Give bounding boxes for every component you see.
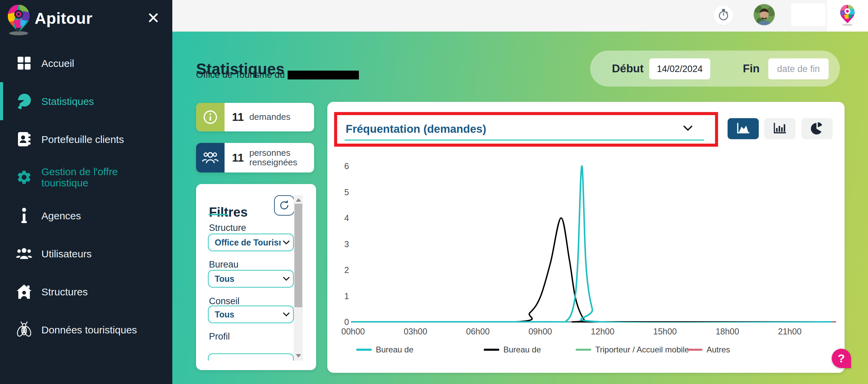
legend-item-0[interactable]: Bureau de — [356, 345, 413, 354]
svg-text:0: 0 — [344, 317, 349, 327]
app-title: Apitour — [35, 9, 93, 28]
dataset-selector[interactable]: Fréquentation (demandes) — [334, 112, 718, 147]
start-date-label: Début — [612, 62, 644, 75]
conseil-select[interactable]: Tous — [208, 306, 294, 323]
gear-icon — [16, 169, 33, 186]
filter-label-bureau: Bureau — [209, 259, 238, 270]
personnes-label: personnes renseignées — [249, 148, 309, 167]
svg-text:09h00: 09h00 — [528, 327, 552, 336]
svg-text:6: 6 — [344, 161, 349, 171]
bar-chart-icon — [773, 122, 787, 135]
sidebar-item-donnees-touristiques[interactable]: Données touristiques — [0, 311, 172, 349]
svg-text:18h00: 18h00 — [716, 327, 739, 336]
demandes-count: 11 — [232, 111, 244, 124]
sidebar-item-agences[interactable]: Agences — [0, 197, 172, 235]
profil-select[interactable] — [208, 353, 294, 361]
sidebar-item-accueil[interactable]: Accueil — [0, 44, 172, 82]
info-circle-icon — [196, 103, 225, 131]
stopwatch-icon — [718, 9, 729, 22]
svg-text:15h00: 15h00 — [653, 327, 677, 336]
home-icon — [16, 283, 33, 300]
stat-card-demandes: 11 demandes — [196, 103, 314, 131]
app-window: Apitour ✕ Accueil Statistiques — [0, 0, 868, 384]
sidebar-close-button[interactable]: ✕ — [144, 8, 163, 27]
svg-text:00h00: 00h00 — [341, 327, 365, 336]
svg-text:12h00: 12h00 — [591, 327, 615, 336]
scroll-down-arrow[interactable] — [296, 354, 301, 358]
personnes-count: 11 — [232, 151, 244, 164]
filters-title: Filtres — [209, 205, 248, 220]
apitour-logo-icon — [7, 4, 31, 37]
filter-label-structure: Structure — [209, 223, 246, 233]
area-chart-button[interactable] — [728, 118, 759, 139]
session-timer-button[interactable] — [714, 5, 733, 25]
filter-label-conseil: Conseil — [209, 296, 239, 307]
filters-title-underline — [209, 214, 228, 215]
apitour-pin-icon — [840, 4, 856, 28]
chart-panel: Fréquentation (demandes) — [327, 102, 845, 373]
svg-text:06h00: 06h00 — [466, 327, 490, 336]
legend-label: Bureau de — [503, 345, 541, 354]
svg-text:4: 4 — [344, 213, 349, 223]
legend-swatch — [484, 349, 499, 351]
chevron-down-icon — [683, 125, 693, 133]
chart-legend: Bureau deBureau deTriporteur / Accueil m… — [327, 345, 845, 359]
help-button[interactable]: ? — [832, 349, 851, 368]
redacted-structure-name — [288, 71, 359, 79]
svg-text:1: 1 — [344, 291, 349, 301]
info-icon — [16, 207, 33, 224]
end-date-label: Fin — [743, 62, 759, 75]
bee-icon — [16, 321, 33, 338]
start-date-input[interactable] — [649, 58, 710, 79]
legend-item-3[interactable]: Autres — [687, 345, 730, 354]
date-range-bar: Début Fin — [590, 51, 840, 87]
contacts-icon — [16, 131, 33, 148]
legend-label: Autres — [707, 345, 730, 354]
users-icon — [16, 245, 33, 262]
bureau-select[interactable]: Tous — [208, 270, 294, 288]
sidebar-item-utilisateurs[interactable]: Utilisateurs — [0, 235, 172, 273]
structure-select[interactable]: Office de Tourisme du — [208, 234, 294, 251]
legend-item-1[interactable]: Bureau de — [484, 345, 541, 354]
area-chart-icon — [736, 122, 750, 135]
user-avatar[interactable] — [754, 4, 775, 25]
dataset-selector-value: Fréquentation (demandes) — [346, 123, 486, 135]
filters-scrollbar[interactable] — [294, 195, 303, 361]
sidebar: Apitour ✕ Accueil Statistiques — [0, 0, 172, 384]
chevron-down-icon — [283, 240, 290, 246]
pie-chart-button[interactable] — [802, 118, 833, 139]
legend-swatch — [356, 349, 372, 351]
topbar — [172, 0, 868, 32]
end-date-input[interactable] — [768, 58, 829, 79]
selector-underline — [345, 140, 704, 141]
svg-text:2: 2 — [344, 265, 349, 275]
help-question-mark: ? — [838, 352, 845, 365]
filters-panel: Filtres Structure Office de Tourisme du … — [196, 184, 316, 370]
legend-swatch — [576, 349, 591, 351]
svg-text:21h00: 21h00 — [778, 327, 802, 336]
svg-text:3: 3 — [344, 239, 349, 249]
sidebar-item-portefeuille-clients[interactable]: Portefeuille clients — [0, 120, 172, 158]
bar-chart-button[interactable] — [764, 118, 795, 139]
sidebar-header: Apitour ✕ — [6, 3, 166, 35]
pie-chart-icon — [16, 93, 33, 110]
legend-item-2[interactable]: Triporteur / Accueil mobile — [576, 345, 689, 354]
sidebar-item-gestion-offre[interactable]: Gestion de l'offre touristique — [0, 158, 172, 196]
chevron-down-icon — [283, 277, 290, 283]
legend-label: Bureau de — [376, 345, 413, 354]
sidebar-item-structures[interactable]: Structures — [0, 273, 172, 311]
demandes-label: demandes — [249, 112, 309, 122]
pie-chart-icon — [810, 122, 824, 136]
refresh-icon — [279, 200, 290, 212]
sidebar-item-statistiques[interactable]: Statistiques — [0, 82, 172, 120]
grid-icon — [16, 55, 33, 72]
group-icon — [196, 143, 225, 172]
brand-panel — [827, 0, 868, 32]
svg-text:5: 5 — [344, 187, 349, 197]
filter-label-profil: Profil — [209, 331, 230, 342]
refresh-filters-button[interactable] — [274, 195, 294, 216]
redacted-username — [791, 3, 825, 26]
profil-select-clipped — [208, 353, 294, 361]
scroll-up-arrow[interactable] — [296, 198, 301, 202]
scrollbar-thumb[interactable] — [294, 204, 302, 307]
